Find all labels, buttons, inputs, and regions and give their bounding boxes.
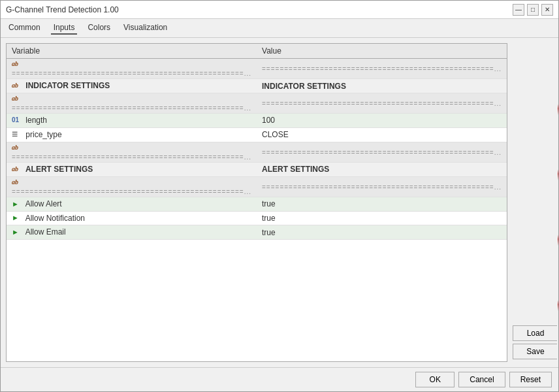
length-val[interactable]: 100 xyxy=(257,114,507,128)
col-variable: Variable xyxy=(7,44,257,59)
table-row[interactable]: ► Allow Email true xyxy=(7,225,507,240)
list-icon: ☰ xyxy=(12,131,21,140)
ok-button[interactable]: OK xyxy=(415,372,455,387)
col-value: Value xyxy=(257,44,507,59)
right-panel: Load Save xyxy=(513,43,558,362)
save-button[interactable]: Save xyxy=(513,344,558,359)
chart-decoration xyxy=(557,43,558,362)
close-button[interactable]: ✕ xyxy=(541,4,553,16)
main-panel: Variable Value ab=======================… xyxy=(6,43,507,362)
svg-rect-0 xyxy=(557,43,558,362)
indicator-settings-val: INDICATOR SETTINGS xyxy=(257,79,507,93)
content-area: Variable Value ab=======================… xyxy=(1,38,558,367)
price-type-var: ☰ price_type xyxy=(7,127,257,142)
minimize-button[interactable]: — xyxy=(513,4,524,16)
indicator-settings-var: ab INDICATOR SETTINGS xyxy=(7,79,257,93)
window-title: G-Channel Trend Detection 1.00 xyxy=(6,5,119,14)
allow-email-var: ► Allow Email xyxy=(7,225,257,240)
cancel-button[interactable]: Cancel xyxy=(458,372,505,387)
ab-icon: ab xyxy=(12,60,21,69)
ab-icon: ab xyxy=(12,178,21,188)
table-row: ab ALERT SETTINGS ALERT SETTINGS xyxy=(7,162,507,176)
settings-table-container[interactable]: Variable Value ab=======================… xyxy=(6,43,507,362)
menu-visualization[interactable]: Visualization xyxy=(121,22,170,35)
allow-alert-val[interactable]: true xyxy=(257,197,507,211)
load-button[interactable]: Load xyxy=(513,325,558,341)
table-row: ab======================================… xyxy=(7,176,507,197)
table-row: ab======================================… xyxy=(7,59,507,79)
alert-settings-var: ab ALERT SETTINGS xyxy=(7,162,257,176)
reset-button[interactable]: Reset xyxy=(509,372,552,387)
allow-alert-var: ► Allow Alert xyxy=(7,197,257,211)
table-row[interactable]: ☰ price_type CLOSE xyxy=(7,127,507,142)
side-buttons: Load Save xyxy=(513,325,558,362)
sep4-val: ========================================… xyxy=(257,176,507,197)
sep4-var: ab======================================… xyxy=(7,176,257,197)
table-row: ab======================================… xyxy=(7,142,507,162)
ab-icon: ab xyxy=(12,165,21,174)
arrow-icon: ► xyxy=(12,214,21,223)
sep2-var: ab======================================… xyxy=(7,93,257,113)
allow-email-val[interactable]: true xyxy=(257,225,507,240)
table-row: ab======================================… xyxy=(7,93,507,113)
allow-notification-val[interactable]: true xyxy=(257,211,507,225)
ab-icon: ab xyxy=(12,144,21,153)
table-row[interactable]: ► Allow Alert true xyxy=(7,197,507,211)
arrow-icon: ► xyxy=(12,200,21,209)
window-controls: — □ ✕ xyxy=(513,4,553,16)
sep3-var: ab======================================… xyxy=(7,142,257,162)
menu-common[interactable]: Common xyxy=(6,22,43,35)
number-icon: 01 xyxy=(12,116,21,125)
menu-colors[interactable]: Colors xyxy=(85,22,113,35)
price-type-val[interactable]: CLOSE xyxy=(257,127,507,142)
sep1-val: ========================================… xyxy=(257,59,507,79)
ab-icon: ab xyxy=(12,95,21,104)
table-row[interactable]: ► Allow Notification true xyxy=(7,211,507,225)
footer: OK Cancel Reset xyxy=(1,367,558,391)
menu-bar: Common Inputs Colors Visualization xyxy=(1,19,558,38)
ab-icon: ab xyxy=(12,82,21,91)
table-row: ab INDICATOR SETTINGS INDICATOR SETTINGS xyxy=(7,79,507,93)
sep1-var: ab======================================… xyxy=(7,59,257,79)
alert-settings-val: ALERT SETTINGS xyxy=(257,162,507,176)
main-window: G-Channel Trend Detection 1.00 — □ ✕ Com… xyxy=(0,0,559,392)
maximize-button[interactable]: □ xyxy=(527,4,539,16)
allow-notification-var: ► Allow Notification xyxy=(7,211,257,225)
menu-inputs[interactable]: Inputs xyxy=(51,22,78,35)
settings-table: Variable Value ab=======================… xyxy=(7,44,507,240)
arrow-icon: ► xyxy=(12,228,21,237)
table-row[interactable]: 01 length 100 xyxy=(7,114,507,128)
sep2-val: ========================================… xyxy=(257,93,507,113)
title-bar: G-Channel Trend Detection 1.00 — □ ✕ xyxy=(1,1,558,19)
sep3-val: ========================================… xyxy=(257,142,507,162)
length-var: 01 length xyxy=(7,114,257,128)
